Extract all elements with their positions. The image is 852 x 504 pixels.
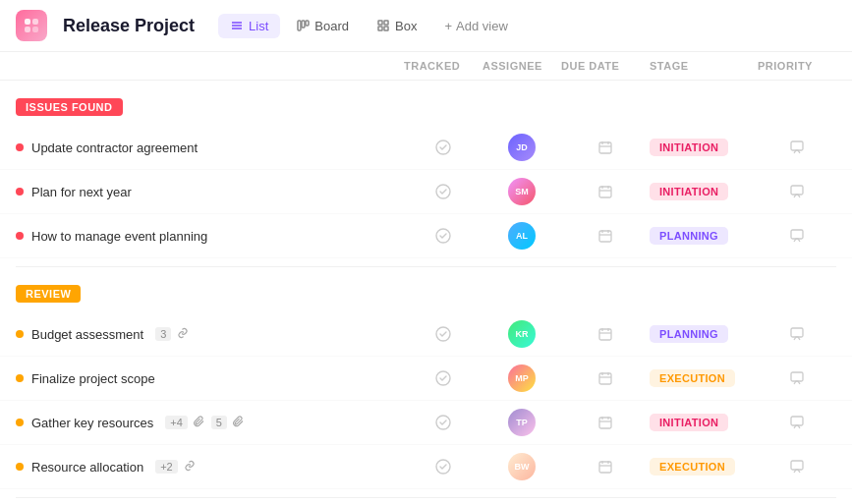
svg-point-26 — [436, 229, 450, 243]
add-view-button[interactable]: + Add view — [432, 14, 519, 38]
group-badge-review[interactable]: REVIEW — [16, 285, 81, 303]
task-name-cell: Gather key resources+4 5 — [16, 416, 404, 430]
tab-list[interactable]: List — [218, 14, 280, 38]
table-row[interactable]: Budget assessment3 KR PLANNING — [0, 312, 852, 357]
svg-point-32 — [436, 327, 450, 341]
group-header-issues-found: ISSUES FOUND — [0, 88, 852, 126]
task-name-cell: Finalize project scope — [16, 371, 404, 386]
svg-rect-45 — [599, 418, 611, 428]
group-header-review: REVIEW — [0, 275, 852, 312]
priority-cell[interactable] — [758, 228, 836, 244]
group-review: REVIEWBudget assessment3 KR PLANNING Fin… — [0, 275, 852, 489]
avatar: JD — [508, 134, 536, 161]
task-name: Resource allocation — [31, 460, 143, 475]
due-date-cell[interactable] — [561, 184, 650, 199]
groups-container: ISSUES FOUNDUpdate contractor agreement … — [0, 88, 852, 504]
col-priority: PRIORITY — [758, 60, 836, 72]
svg-rect-31 — [791, 230, 803, 239]
svg-point-50 — [436, 460, 450, 474]
col-tracked: TRACKED — [404, 60, 483, 72]
due-date-cell[interactable] — [561, 228, 650, 244]
add-view-label: Add view — [456, 19, 508, 33]
stage-badge: PLANNING — [650, 325, 728, 343]
avatar: MP — [508, 364, 536, 392]
stage-cell: INITIATION — [650, 414, 758, 431]
tab-box[interactable]: Box — [365, 14, 428, 38]
assignee-cell: TP — [483, 409, 561, 436]
svg-rect-25 — [791, 186, 803, 195]
task-name-cell: Resource allocation+2 — [16, 460, 404, 475]
stage-badge: INITIATION — [650, 414, 728, 431]
assignee-cell: SM — [483, 178, 561, 205]
task-name-cell: How to manage event planning — [16, 229, 404, 244]
svg-rect-9 — [306, 21, 309, 26]
svg-rect-39 — [599, 373, 611, 384]
svg-rect-21 — [599, 187, 611, 197]
tracked-icon[interactable] — [404, 139, 483, 156]
clip-icon — [194, 416, 205, 430]
priority-cell[interactable] — [758, 326, 836, 342]
meta-count: +2 — [155, 460, 178, 474]
svg-rect-15 — [599, 142, 611, 153]
tab-board[interactable]: Board — [284, 14, 361, 38]
table-row[interactable]: How to manage event planning AL PLANNING — [0, 214, 852, 258]
tab-box-label: Box — [395, 19, 417, 33]
task-meta: +2 — [155, 460, 196, 475]
assignee-cell: MP — [483, 364, 561, 392]
svg-point-20 — [436, 185, 450, 198]
task-name-cell: Plan for next year — [16, 185, 404, 199]
task-name: How to manage event planning — [31, 229, 207, 244]
svg-rect-49 — [791, 417, 803, 425]
group-badge-issues-found[interactable]: ISSUES FOUND — [16, 98, 123, 116]
stage-cell: EXECUTION — [650, 369, 758, 387]
tracked-icon[interactable] — [404, 458, 483, 476]
svg-rect-8 — [302, 21, 305, 28]
tab-list-label: List — [249, 19, 268, 33]
task-name-cell: Budget assessment3 — [16, 327, 404, 342]
svg-rect-2 — [25, 27, 30, 32]
task-dot-icon — [16, 143, 24, 151]
table-row[interactable]: Gather key resources+4 5 TP INITIATION — [0, 401, 852, 445]
due-date-cell[interactable] — [561, 140, 650, 155]
group-divider — [16, 266, 836, 267]
nav-tabs: List Board Box + Add view — [218, 14, 520, 38]
svg-rect-3 — [32, 27, 38, 32]
svg-rect-55 — [791, 461, 803, 470]
tab-board-label: Board — [314, 19, 349, 33]
due-date-cell[interactable] — [561, 459, 650, 475]
task-meta: +4 5 — [165, 416, 245, 430]
group-issues-found: ISSUES FOUNDUpdate contractor agreement … — [0, 88, 852, 258]
table-header: TRACKED ASSIGNEE DUE DATE STAGE PRIORITY — [0, 52, 852, 81]
tracked-icon[interactable] — [404, 369, 483, 387]
avatar: BW — [508, 453, 536, 480]
table-row[interactable]: Resource allocation+2 BW EXECUTION — [0, 445, 852, 489]
due-date-cell[interactable] — [561, 370, 650, 386]
priority-cell[interactable] — [758, 370, 836, 386]
col-assignee: ASSIGNEE — [483, 60, 561, 72]
table-row[interactable]: Finalize project scope MP EXECUTION — [0, 357, 852, 401]
link-icon — [177, 327, 189, 342]
svg-rect-33 — [599, 329, 611, 340]
priority-cell[interactable] — [758, 184, 836, 199]
tracked-icon[interactable] — [404, 414, 483, 431]
meta-count: +4 — [165, 416, 188, 429]
avatar: KR — [508, 320, 536, 348]
stage-badge: EXECUTION — [650, 458, 735, 476]
meta-count: 5 — [211, 416, 227, 429]
table-row[interactable]: Update contractor agreement JD INITIATIO… — [0, 126, 852, 170]
priority-cell[interactable] — [758, 140, 836, 155]
task-name-cell: Update contractor agreement — [16, 140, 404, 155]
task-name: Update contractor agreement — [31, 140, 198, 155]
tracked-icon[interactable] — [404, 227, 483, 245]
tracked-icon[interactable] — [404, 325, 483, 343]
priority-cell[interactable] — [758, 415, 836, 430]
header: Release Project List Board — [0, 0, 852, 52]
table-row[interactable]: Plan for next year SM INITIATION — [0, 170, 852, 214]
due-date-cell[interactable] — [561, 415, 650, 430]
task-dot-icon — [16, 232, 24, 240]
svg-rect-19 — [791, 141, 803, 150]
link-icon — [184, 460, 196, 475]
priority-cell[interactable] — [758, 459, 836, 475]
due-date-cell[interactable] — [561, 326, 650, 342]
tracked-icon[interactable] — [404, 183, 483, 200]
